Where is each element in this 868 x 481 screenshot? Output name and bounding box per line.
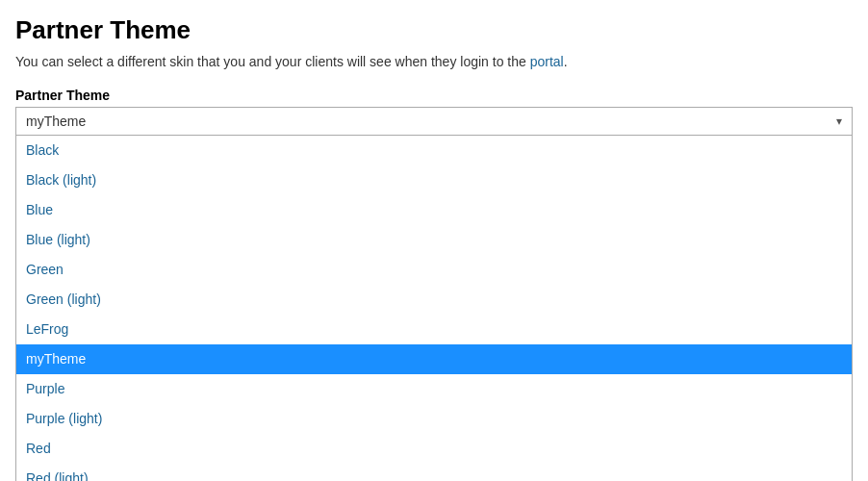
list-item[interactable]: myTheme bbox=[16, 344, 852, 374]
dropdown-list: BlackBlack (light)BlueBlue (light)GreenG… bbox=[16, 136, 852, 481]
field-label: Partner Theme bbox=[15, 88, 853, 103]
list-item[interactable]: Blue (light) bbox=[16, 225, 852, 255]
page-title: Partner Theme bbox=[15, 15, 853, 45]
dropdown-selected-text: myTheme bbox=[26, 114, 86, 129]
list-item[interactable]: Green (light) bbox=[16, 285, 852, 315]
portal-link[interactable]: portal bbox=[530, 54, 564, 69]
theme-dropdown[interactable]: myTheme ▾ BlackBlack (light)BlueBlue (li… bbox=[15, 107, 853, 481]
list-item[interactable]: Purple bbox=[16, 374, 852, 404]
list-item[interactable]: Green bbox=[16, 255, 852, 285]
list-item[interactable]: Black (light) bbox=[16, 165, 852, 195]
list-item[interactable]: Blue bbox=[16, 195, 852, 225]
chevron-down-icon: ▾ bbox=[836, 114, 842, 128]
page-description: You can select a different skin that you… bbox=[15, 53, 853, 72]
list-item[interactable]: Red bbox=[16, 434, 852, 464]
list-item[interactable]: LeFrog bbox=[16, 315, 852, 344]
list-item[interactable]: Red (light) bbox=[16, 464, 852, 481]
dropdown-selected[interactable]: myTheme ▾ bbox=[16, 108, 852, 136]
list-item[interactable]: Black bbox=[16, 136, 852, 165]
list-item[interactable]: Purple (light) bbox=[16, 404, 852, 434]
